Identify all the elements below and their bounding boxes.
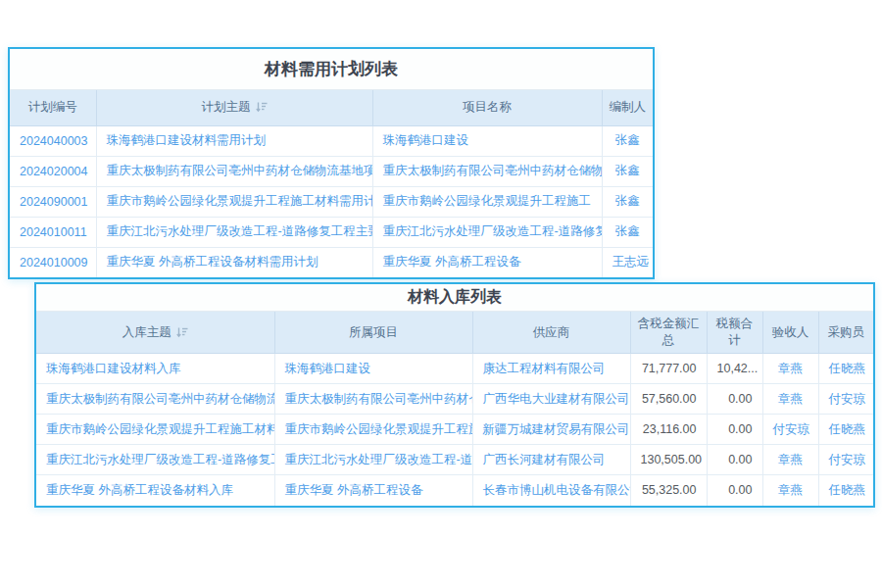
plan-col-header-plan-no: 计划编号 bbox=[10, 90, 96, 125]
inbound-col-header-tax: 税额合计 bbox=[707, 312, 762, 354]
inbound-table-row: 重庆太极制药有限公司亳州中药材仓储物流基... 重庆太极制药有限公司亳州中药材仓… bbox=[36, 384, 873, 415]
plan-table-row: 2024040003 珠海鹤港口建设材料需用计划 珠海鹤港口建设 张鑫 bbox=[10, 125, 653, 156]
plan-subject-link[interactable]: 珠海鹤港口建设材料需用计划 bbox=[96, 125, 372, 156]
inbound-project-link[interactable]: 重庆太极制药有限公司亳州中药材仓... bbox=[274, 384, 472, 415]
inbound-supplier-link[interactable]: 康达工程材料有限公司 bbox=[472, 354, 630, 384]
inbound-subject-link[interactable]: 重庆市鹅岭公园绿化景观提升工程施工材料入库 bbox=[36, 415, 274, 445]
inbound-amount-value: 57,560.00 bbox=[630, 384, 707, 415]
inbound-project-link[interactable]: 珠海鹤港口建设 bbox=[274, 354, 472, 384]
inbound-subject-link[interactable]: 珠海鹤港口建设材料入库 bbox=[36, 354, 274, 384]
inbound-col-header-inspector: 验收人 bbox=[762, 312, 818, 354]
inbound-inspector-link[interactable]: 章燕 bbox=[762, 354, 818, 384]
plan-table-row: 2024090001 重庆市鹅岭公园绿化景观提升工程施工材料需用计划 重庆市鹅岭… bbox=[10, 186, 653, 217]
inbound-project-link[interactable]: 重庆华夏 外高桥工程设备 bbox=[274, 475, 472, 506]
plan-col-header-project: 项目名称 bbox=[372, 90, 602, 125]
inbound-col-header-supplier: 供应商 bbox=[472, 312, 630, 354]
inbound-supplier-link[interactable]: 长春市博山机电设备有限公司 bbox=[472, 475, 630, 506]
plan-subject-link[interactable]: 重庆太极制药有限公司亳州中药材仓储物流基地项目... bbox=[96, 156, 372, 186]
inbound-tax-value: 0.00 bbox=[707, 445, 762, 475]
plan-table-row: 2024010011 重庆江北污水处理厂级改造工程-道路修复工程主要材料 重庆江… bbox=[10, 217, 653, 247]
plan-no-link[interactable]: 2024010009 bbox=[10, 247, 96, 277]
plan-no-link[interactable]: 2024090001 bbox=[10, 186, 96, 217]
material-inbound-panel: 材料入库列表 入库主题 所属项目 供应商 含税金额汇总 税额合计 验收人 采购员… bbox=[34, 282, 875, 508]
inbound-col-header-subject[interactable]: 入库主题 bbox=[36, 312, 274, 354]
plan-compiler-link[interactable]: 张鑫 bbox=[602, 186, 653, 217]
sort-descending-icon[interactable] bbox=[256, 101, 268, 116]
inbound-inspector-link[interactable]: 章燕 bbox=[762, 475, 818, 506]
inbound-buyer-link[interactable]: 任晓燕 bbox=[818, 354, 873, 384]
inbound-buyer-link[interactable]: 任晓燕 bbox=[818, 415, 873, 445]
plan-col-header-subject[interactable]: 计划主题 bbox=[96, 90, 372, 125]
plan-table-title: 材料需用计划列表 bbox=[10, 49, 653, 90]
plan-no-link[interactable]: 2024040003 bbox=[10, 125, 96, 156]
material-demand-plan-panel: 材料需用计划列表 计划编号 计划主题 项目名称 编制人 2024040003 珠… bbox=[8, 47, 655, 279]
inbound-table-row: 珠海鹤港口建设材料入库 珠海鹤港口建设 康达工程材料有限公司 71,777.00… bbox=[36, 354, 873, 384]
inbound-buyer-link[interactable]: 付安琼 bbox=[818, 384, 873, 415]
inbound-col-header-amount: 含税金额汇总 bbox=[630, 312, 707, 354]
inbound-inspector-link[interactable]: 付安琼 bbox=[762, 415, 818, 445]
inbound-supplier-link[interactable]: 新疆万城建材贸易有限公司 bbox=[472, 415, 630, 445]
inbound-subject-link[interactable]: 重庆江北污水处理厂级改造工程-道路修复工程... bbox=[36, 445, 274, 475]
inbound-col-header-buyer: 采购员 bbox=[818, 312, 873, 354]
plan-project-link[interactable]: 重庆江北污水处理厂级改造工程-道路修复工程 bbox=[372, 217, 602, 247]
inbound-table-row: 重庆江北污水处理厂级改造工程-道路修复工程... 重庆江北污水处理厂级改造工程-… bbox=[36, 445, 873, 475]
plan-table-row: 2024010009 重庆华夏 外高桥工程设备材料需用计划 重庆华夏 外高桥工程… bbox=[10, 247, 653, 277]
sort-descending-icon[interactable] bbox=[176, 326, 188, 341]
plan-project-link[interactable]: 重庆太极制药有限公司亳州中药材仓储物流... bbox=[372, 156, 602, 186]
inbound-tax-value: 0.00 bbox=[707, 475, 762, 506]
plan-compiler-link[interactable]: 张鑫 bbox=[602, 217, 653, 247]
inbound-table-row: 重庆市鹅岭公园绿化景观提升工程施工材料入库 重庆市鹅岭公园绿化景观提升工程施工 … bbox=[36, 415, 873, 445]
plan-table: 计划编号 计划主题 项目名称 编制人 2024040003 珠海鹤港口建设材料需… bbox=[10, 90, 653, 277]
plan-no-link[interactable]: 2024010011 bbox=[10, 217, 96, 247]
inbound-inspector-link[interactable]: 章燕 bbox=[762, 445, 818, 475]
inbound-table-header-row: 入库主题 所属项目 供应商 含税金额汇总 税额合计 验收人 采购员 bbox=[36, 312, 873, 354]
inbound-buyer-link[interactable]: 付安琼 bbox=[818, 445, 873, 475]
plan-project-link[interactable]: 珠海鹤港口建设 bbox=[372, 125, 602, 156]
inbound-supplier-link[interactable]: 广西华电大业建材有限公司 bbox=[472, 384, 630, 415]
plan-col-header-compiler: 编制人 bbox=[602, 90, 653, 125]
inbound-tax-value: 0.00 bbox=[707, 415, 762, 445]
inbound-subject-link[interactable]: 重庆华夏 外高桥工程设备材料入库 bbox=[36, 475, 274, 506]
plan-project-link[interactable]: 重庆华夏 外高桥工程设备 bbox=[372, 247, 602, 277]
plan-no-link[interactable]: 2024020004 bbox=[10, 156, 96, 186]
inbound-project-link[interactable]: 重庆市鹅岭公园绿化景观提升工程施工 bbox=[274, 415, 472, 445]
plan-table-row: 2024020004 重庆太极制药有限公司亳州中药材仓储物流基地项目... 重庆… bbox=[10, 156, 653, 186]
plan-subject-link[interactable]: 重庆华夏 外高桥工程设备材料需用计划 bbox=[96, 247, 372, 277]
plan-compiler-link[interactable]: 张鑫 bbox=[602, 125, 653, 156]
plan-subject-link[interactable]: 重庆江北污水处理厂级改造工程-道路修复工程主要材料 bbox=[96, 217, 372, 247]
inbound-subject-link[interactable]: 重庆太极制药有限公司亳州中药材仓储物流基... bbox=[36, 384, 274, 415]
inbound-col-header-project: 所属项目 bbox=[274, 312, 472, 354]
inbound-amount-value: 55,325.00 bbox=[630, 475, 707, 506]
inbound-tax-value: 10,42... bbox=[707, 354, 762, 384]
inbound-table-title: 材料入库列表 bbox=[36, 284, 873, 312]
inbound-table-row: 重庆华夏 外高桥工程设备材料入库 重庆华夏 外高桥工程设备 长春市博山机电设备有… bbox=[36, 475, 873, 506]
plan-compiler-link[interactable]: 张鑫 bbox=[602, 156, 653, 186]
plan-project-link[interactable]: 重庆市鹅岭公园绿化景观提升工程施工 bbox=[372, 186, 602, 217]
inbound-project-link[interactable]: 重庆江北污水处理厂级改造工程-道路... bbox=[274, 445, 472, 475]
plan-compiler-link[interactable]: 王志远 bbox=[602, 247, 653, 277]
inbound-buyer-link[interactable]: 任晓燕 bbox=[818, 475, 873, 506]
inbound-tax-value: 0.00 bbox=[707, 384, 762, 415]
inbound-inspector-link[interactable]: 章燕 bbox=[762, 384, 818, 415]
plan-subject-link[interactable]: 重庆市鹅岭公园绿化景观提升工程施工材料需用计划 bbox=[96, 186, 372, 217]
inbound-amount-value: 71,777.00 bbox=[630, 354, 707, 384]
inbound-amount-value: 23,116.00 bbox=[630, 415, 707, 445]
inbound-table: 入库主题 所属项目 供应商 含税金额汇总 税额合计 验收人 采购员 珠海鹤港口建… bbox=[36, 312, 873, 506]
inbound-supplier-link[interactable]: 广西长河建材有限公司 bbox=[472, 445, 630, 475]
inbound-amount-value: 130,505.00 bbox=[630, 445, 707, 475]
plan-table-header-row: 计划编号 计划主题 项目名称 编制人 bbox=[10, 90, 653, 125]
